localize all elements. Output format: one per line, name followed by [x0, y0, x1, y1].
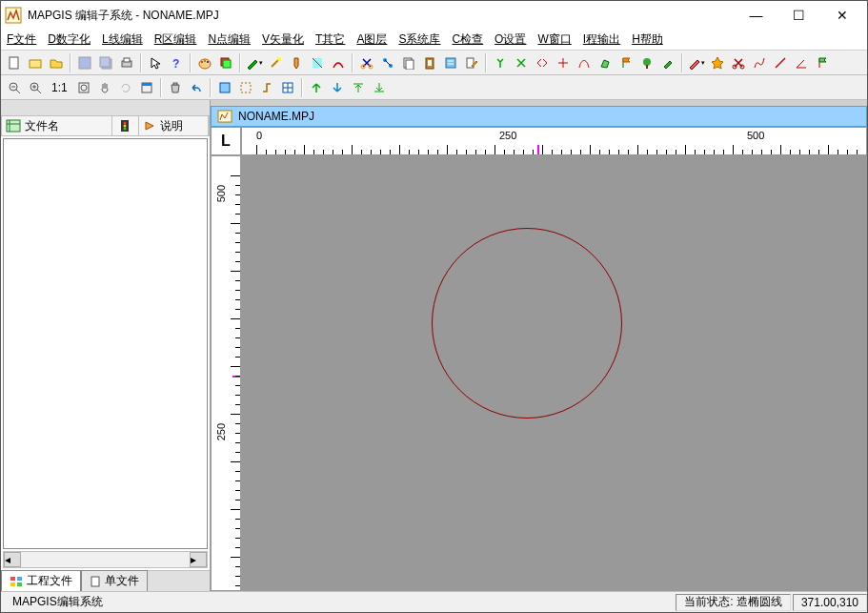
- line-red-icon[interactable]: [771, 53, 790, 72]
- marker-icon[interactable]: [287, 53, 306, 72]
- menu-syslib[interactable]: S系统库: [398, 31, 440, 48]
- node-icon[interactable]: [378, 53, 397, 72]
- refresh-icon[interactable]: [116, 78, 135, 97]
- maximize-button[interactable]: ☐: [777, 2, 820, 29]
- open-icon[interactable]: [47, 53, 66, 72]
- menu-window[interactable]: W窗口: [537, 31, 571, 48]
- ellipse-shape[interactable]: [432, 228, 622, 419]
- menu-line-edit[interactable]: L线编辑: [102, 31, 143, 48]
- poly-green-icon[interactable]: [595, 53, 615, 72]
- save-icon[interactable]: [75, 53, 94, 72]
- ruler-vertical[interactable]: 500250: [211, 155, 241, 591]
- svg-rect-51: [173, 83, 177, 85]
- svg-rect-59: [7, 120, 20, 132]
- tree-green-icon[interactable]: [637, 53, 656, 72]
- cut2-icon[interactable]: [729, 53, 748, 72]
- wand-icon[interactable]: [266, 53, 285, 72]
- help-icon[interactable]: ?: [167, 53, 186, 72]
- svg-rect-52: [220, 83, 230, 92]
- svg-text:?: ?: [172, 57, 179, 70]
- arrow-bottom-icon[interactable]: [370, 78, 389, 97]
- grid-blue-icon[interactable]: [215, 78, 234, 97]
- join-icon[interactable]: [257, 78, 276, 97]
- flag2-icon[interactable]: [813, 53, 832, 72]
- scroll-right-btn[interactable]: ▸: [190, 552, 207, 567]
- pen-green-icon[interactable]: ▾: [245, 53, 264, 72]
- close-button[interactable]: ✕: [820, 2, 863, 29]
- stack-icon[interactable]: [216, 53, 235, 72]
- zoom-extents-icon[interactable]: [74, 78, 93, 97]
- star-icon[interactable]: [708, 53, 727, 72]
- menu-layer[interactable]: A图层: [356, 31, 387, 48]
- menu-help[interactable]: H帮助: [632, 31, 663, 48]
- properties-icon[interactable]: [441, 53, 460, 72]
- document-header[interactable]: NONAME.MPJ: [211, 106, 867, 127]
- path-red-icon[interactable]: [750, 53, 769, 72]
- scissors-green-icon[interactable]: [512, 53, 531, 72]
- filename-header: 文件名: [25, 118, 59, 134]
- svg-line-38: [776, 58, 785, 68]
- zoom-in-icon[interactable]: [26, 78, 45, 97]
- new-folder-icon[interactable]: [26, 53, 45, 72]
- curve-red-icon[interactable]: [575, 53, 594, 72]
- zoom-out-icon[interactable]: [5, 78, 24, 97]
- left-panel: 文件名 说明 ◂ ▸ 工程文件 单文件: [1, 100, 211, 591]
- ruler-top-row: L 0250500: [211, 127, 867, 155]
- cross-red-icon[interactable]: [554, 53, 573, 72]
- undo-icon[interactable]: [187, 78, 206, 97]
- cut-icon[interactable]: [357, 53, 376, 72]
- menu-point-edit[interactable]: N点编辑: [208, 31, 251, 48]
- svg-rect-35: [646, 65, 648, 69]
- palette-icon[interactable]: [195, 53, 214, 72]
- window-icon[interactable]: [137, 78, 156, 97]
- arrow-up-icon[interactable]: [307, 78, 326, 97]
- arrow-down-icon[interactable]: [328, 78, 347, 97]
- doc-icon: [217, 110, 232, 123]
- left-hscroll[interactable]: ◂ ▸: [3, 551, 208, 568]
- save-all-icon[interactable]: [96, 53, 115, 72]
- minimize-button[interactable]: —: [735, 2, 777, 29]
- brush-green-icon[interactable]: [658, 53, 677, 72]
- cursor-icon[interactable]: [146, 53, 165, 72]
- tab-single-file[interactable]: 单文件: [81, 570, 148, 591]
- file-list[interactable]: [3, 138, 208, 549]
- project-icon: [10, 576, 23, 587]
- trash-icon[interactable]: [166, 78, 185, 97]
- menu-check[interactable]: C检查: [452, 31, 483, 48]
- svg-rect-68: [10, 582, 15, 586]
- angle-icon[interactable]: [792, 53, 811, 72]
- paste-icon[interactable]: [420, 53, 439, 72]
- copy-icon[interactable]: [399, 53, 418, 72]
- menu-digitize[interactable]: D数字化: [48, 31, 91, 48]
- table-blue-icon[interactable]: [278, 78, 297, 97]
- color-fill-icon[interactable]: [308, 53, 327, 72]
- tab-project-file[interactable]: 工程文件: [1, 570, 81, 591]
- pan-icon[interactable]: [95, 78, 114, 97]
- traffic-light-icon[interactable]: [120, 119, 130, 133]
- select-plant-icon[interactable]: [491, 53, 510, 72]
- menu-region-edit[interactable]: R区编辑: [154, 31, 197, 48]
- scroll-left-btn[interactable]: ◂: [4, 552, 21, 567]
- arrows-red-icon[interactable]: [533, 53, 552, 72]
- ruler-corner[interactable]: L: [211, 127, 241, 155]
- menu-file[interactable]: F文件: [7, 31, 36, 48]
- menu-other[interactable]: T其它: [315, 31, 345, 48]
- clip-icon[interactable]: [236, 78, 255, 97]
- flag-icon[interactable]: [616, 53, 636, 72]
- svg-rect-7: [124, 58, 130, 62]
- menu-settings[interactable]: O设置: [495, 31, 526, 48]
- menu-output[interactable]: I程输出: [583, 31, 620, 48]
- new-icon[interactable]: [5, 53, 24, 72]
- drawing-canvas[interactable]: [241, 155, 867, 591]
- ruler-horizontal[interactable]: 0250500: [241, 127, 867, 155]
- zoom-ratio[interactable]: 1:1: [47, 78, 72, 97]
- tab-project-label: 工程文件: [27, 573, 72, 589]
- menu-vectorize[interactable]: V矢量化: [262, 31, 304, 48]
- arrow-top-icon[interactable]: [349, 78, 368, 97]
- print-icon[interactable]: [117, 53, 136, 72]
- svg-rect-70: [91, 577, 99, 586]
- svg-rect-67: [17, 577, 22, 581]
- pen-red-icon[interactable]: ▾: [687, 53, 706, 72]
- curve-icon[interactable]: [329, 53, 348, 72]
- edit-attrib-icon[interactable]: [462, 53, 481, 72]
